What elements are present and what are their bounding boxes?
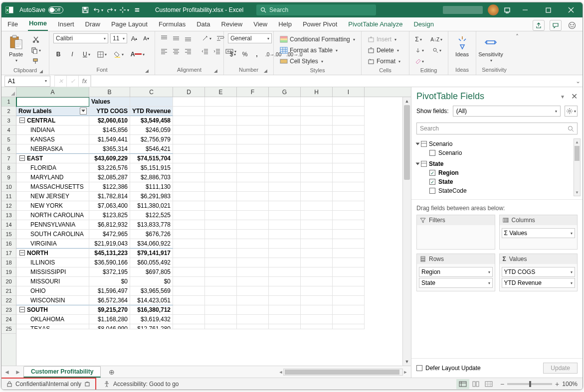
paste-button[interactable]: Paste ▾ bbox=[5, 33, 26, 63]
cell-C2[interactable]: YTD Revenue bbox=[130, 107, 173, 116]
increase-indent-icon[interactable] bbox=[212, 46, 222, 56]
row-header[interactable]: 17 bbox=[1, 249, 16, 258]
field-statecode[interactable]: StateCode bbox=[416, 186, 578, 195]
name-box[interactable]: A1▾ bbox=[4, 76, 50, 87]
tab-insert[interactable]: Insert bbox=[57, 18, 75, 31]
clear-icon[interactable]: ▾ bbox=[413, 56, 425, 66]
horizontal-scrollbar[interactable] bbox=[283, 369, 403, 376]
area-rows[interactable]: Rows Region▾ State▾ bbox=[416, 254, 495, 291]
row-header[interactable]: 25 bbox=[1, 324, 16, 334]
update-button[interactable]: Update bbox=[543, 363, 578, 374]
pill-ytd-cogs[interactable]: YTD COGS▾ bbox=[502, 267, 576, 277]
area-columns[interactable]: Columns Σ Values▾ bbox=[499, 215, 578, 250]
scroll-down-icon[interactable]: ▼ bbox=[403, 358, 411, 366]
row-header[interactable]: 10 bbox=[1, 182, 16, 192]
qat-customize-icon[interactable]: 〓 bbox=[132, 4, 142, 15]
cell-A1[interactable] bbox=[16, 97, 89, 107]
page-break-view-icon[interactable] bbox=[482, 379, 495, 389]
pill-sigma-values[interactable]: Σ Values▾ bbox=[502, 228, 576, 238]
autosum-icon[interactable]: Σ▾ bbox=[413, 34, 423, 44]
decrease-indent-icon[interactable] bbox=[200, 46, 210, 56]
row-header[interactable]: 8 bbox=[1, 163, 16, 173]
zoom-out-icon[interactable]: − bbox=[500, 380, 504, 388]
align-center-icon[interactable] bbox=[171, 46, 181, 56]
row-header[interactable]: 18 bbox=[1, 258, 16, 267]
borders-icon[interactable]: ▾ bbox=[96, 49, 108, 59]
decrease-font-icon[interactable]: A▾ bbox=[141, 33, 151, 43]
col-header-D[interactable]: D bbox=[173, 87, 205, 97]
comma-format-icon[interactable]: , bbox=[252, 49, 262, 59]
cell-B1[interactable]: Values bbox=[89, 97, 130, 107]
zoom-in-icon[interactable]: + bbox=[555, 380, 559, 388]
accounting-format-icon[interactable]: $▾ bbox=[228, 49, 238, 59]
clipboard-launcher-icon[interactable]: ◢ bbox=[39, 69, 43, 74]
pane-close-icon[interactable]: ✕ bbox=[571, 92, 578, 101]
tab-help[interactable]: Help bbox=[277, 18, 293, 31]
conditional-formatting-button[interactable]: Conditional Formatting▾ bbox=[278, 34, 357, 44]
row-header[interactable]: 19 bbox=[1, 267, 16, 277]
pivot-filter-icon[interactable] bbox=[80, 108, 87, 115]
pane-dropdown-icon[interactable]: ▾ bbox=[561, 93, 564, 100]
sensitivity-button[interactable]: Sensitivity▾ bbox=[480, 33, 501, 63]
col-header-E[interactable]: E bbox=[205, 87, 237, 97]
checkbox-icon[interactable] bbox=[429, 188, 435, 194]
show-fields-combo[interactable]: (All)▾ bbox=[453, 106, 561, 117]
checkbox-icon[interactable] bbox=[429, 150, 435, 156]
pill-region[interactable]: Region▾ bbox=[419, 267, 493, 277]
cancel-formula-icon[interactable]: ✕ bbox=[55, 76, 67, 87]
row-header[interactable]: 6 bbox=[1, 144, 16, 154]
font-color-icon[interactable]: A▾ bbox=[129, 49, 147, 59]
area-values[interactable]: ΣValues YTD COGS▾ YTD Revenue▾ bbox=[499, 254, 578, 291]
font-name-combo[interactable]: Calibri▾ bbox=[53, 33, 108, 43]
row-header[interactable]: 2 bbox=[1, 107, 16, 116]
sensitivity-label-status[interactable]: Confidential\Internal only bbox=[1, 378, 96, 391]
collapse-icon[interactable] bbox=[19, 155, 25, 161]
format-painter-icon[interactable] bbox=[29, 56, 42, 66]
underline-icon[interactable]: U▾ bbox=[81, 49, 92, 59]
cell-styles-button[interactable]: Cell Styles▾ bbox=[278, 56, 357, 66]
row-header[interactable]: 24 bbox=[1, 315, 16, 324]
field-region[interactable]: ✓Region bbox=[416, 168, 578, 177]
row-header[interactable]: 4 bbox=[1, 126, 16, 135]
col-header-G[interactable]: G bbox=[269, 87, 301, 97]
cut-icon[interactable] bbox=[29, 34, 42, 44]
zoom-slider[interactable] bbox=[507, 383, 552, 385]
tab-page-layout[interactable]: Page Layout bbox=[110, 18, 149, 31]
orientation-icon[interactable]: ▾ bbox=[200, 33, 213, 43]
search-box[interactable]: Search bbox=[256, 4, 376, 15]
row-header[interactable]: 1 bbox=[1, 97, 16, 107]
col-header-I[interactable]: I bbox=[333, 87, 365, 97]
sheet-nav-prev-icon[interactable]: ◄ bbox=[1, 369, 12, 376]
align-left-icon[interactable] bbox=[159, 46, 169, 56]
tab-pivottable-analyze[interactable]: PivotTable Analyze bbox=[347, 18, 403, 31]
row-header[interactable]: 7 bbox=[1, 154, 16, 163]
scroll-right-icon[interactable]: ► bbox=[403, 370, 408, 375]
save-icon[interactable] bbox=[80, 4, 90, 15]
font-size-combo[interactable]: 11▾ bbox=[110, 33, 127, 43]
scroll-thumb[interactable] bbox=[404, 105, 410, 180]
row-header[interactable]: 22 bbox=[1, 296, 16, 305]
collapse-ribbon-icon[interactable]: ˄ bbox=[512, 31, 522, 75]
field-list-scrollbar[interactable]: ▲▼ bbox=[574, 138, 581, 196]
tab-design[interactable]: Design bbox=[412, 18, 434, 31]
format-as-table-button[interactable]: Format as Table▾ bbox=[278, 45, 357, 55]
cell-C1[interactable] bbox=[130, 97, 173, 107]
italic-icon[interactable]: I bbox=[67, 49, 77, 59]
maximize-button[interactable] bbox=[537, 2, 560, 17]
ideas-button[interactable]: Ideas bbox=[452, 33, 472, 57]
row-header[interactable]: 15 bbox=[1, 230, 16, 239]
cell-B2[interactable]: YTD COGS bbox=[89, 107, 130, 116]
user-avatar[interactable] bbox=[488, 4, 499, 15]
pane-settings-button[interactable]: ▾ bbox=[565, 106, 578, 117]
font-launcher-icon[interactable]: ◢ bbox=[145, 68, 149, 73]
align-right-icon[interactable] bbox=[183, 46, 193, 56]
cell-A2[interactable]: Row Labels bbox=[16, 107, 89, 116]
pill-ytd-revenue[interactable]: YTD Revenue▾ bbox=[502, 278, 576, 288]
percent-format-icon[interactable]: % bbox=[240, 49, 250, 59]
touch-mode-icon[interactable]: ▾ bbox=[119, 4, 129, 15]
enter-formula-icon[interactable]: ✓ bbox=[67, 76, 79, 87]
insert-cells-button[interactable]: Insert▾ bbox=[366, 34, 402, 44]
edit-sensitivity-icon[interactable] bbox=[84, 381, 90, 387]
bold-icon[interactable]: B bbox=[53, 49, 63, 59]
checkbox-icon[interactable]: ✓ bbox=[429, 179, 435, 185]
